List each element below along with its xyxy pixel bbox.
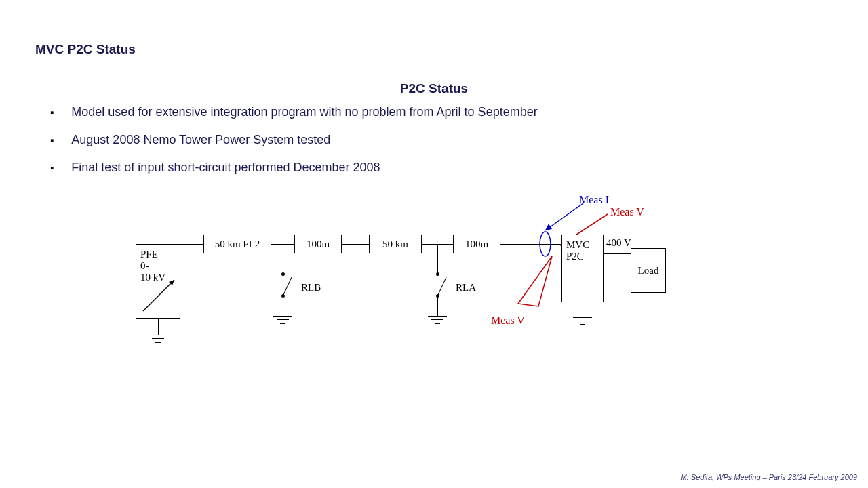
meas-v-label-bottom: Meas V [491,314,525,327]
svg-marker-4 [545,224,552,230]
segment-100m-1: 100m [294,235,342,253]
svg-marker-7 [518,256,552,306]
mvc-p2c-box: MVC P2C [561,235,604,302]
segment-50km: 50 km [369,235,422,253]
rla-label: RLA [456,282,476,293]
switch-rla-icon [437,277,447,296]
footer-text: M. Sedita, WPs Meeting – Paris 23/24 Feb… [681,473,857,481]
slide-subtitle: P2C Status [0,81,868,96]
switch-node [436,272,439,276]
wire [180,244,203,245]
voltage-400v-label: 400 V [606,237,631,249]
mvc-line1: MVC [566,239,599,251]
wire [283,297,283,316]
bullet-item: Final test of input short-circuit perfor… [50,161,538,175]
page-title: MVC P2C Status [35,42,136,57]
wire [437,297,438,316]
wire [604,285,631,285]
variable-arrow-icon [140,277,177,314]
ground-icon [573,317,592,325]
wire [283,244,283,274]
switch-rlb-icon [283,277,292,296]
rlb-label: RLB [301,282,321,293]
segment-50km-fl2: 50 km FL2 [203,235,271,253]
pfe-line2: 0- [140,260,176,272]
bullet-item: Model used for extensive integration pro… [50,105,538,119]
switch-node [281,272,285,276]
bullet-list: Model used for extensive integration pro… [50,105,538,188]
pfe-line1: PFE [140,249,176,260]
ground-icon [149,335,167,343]
mvc-line2: P2C [566,251,599,262]
circuit-diagram: PFE 0- 10 kV 50 km FL2 RLB 100m 50 km RL… [136,203,732,393]
svg-line-0 [143,280,174,311]
ground-icon [428,316,447,324]
bullet-item: August 2008 Nemo Tower Power System test… [50,133,538,147]
wire [158,319,159,335]
meas-v-arrow-bottom-icon [513,253,560,314]
segment-100m-2: 100m [453,235,500,253]
ground-icon [273,316,292,324]
load-box: Load [631,248,666,293]
pfe-box: PFE 0- 10 kV [136,244,180,319]
wire [604,253,631,254]
svg-point-2 [540,232,551,256]
wire [342,244,369,245]
meas-i-label: Meas I [579,194,609,206]
wire [583,302,583,317]
meas-v-label-top: Meas V [610,206,644,218]
wire [437,244,438,274]
